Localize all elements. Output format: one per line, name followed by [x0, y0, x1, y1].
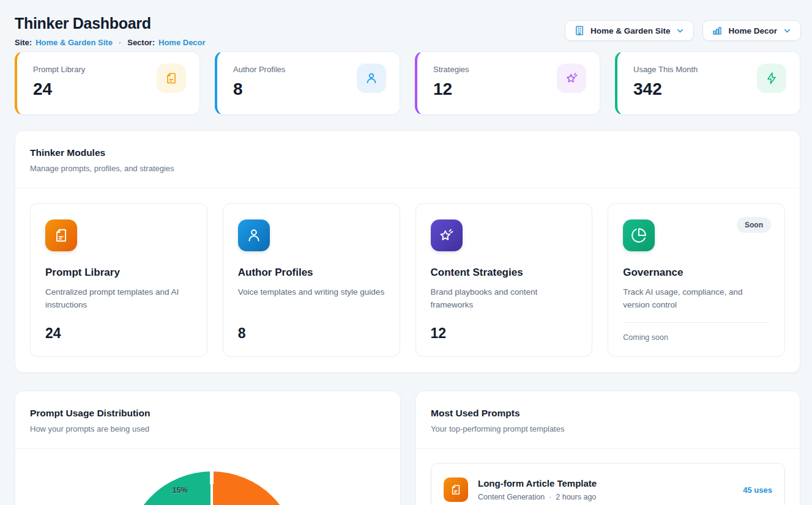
module-card-author-profiles[interactable]: Author Profiles Voice templates and writ… [223, 203, 400, 357]
sparkle-star-icon [431, 219, 463, 251]
chevron-down-icon [783, 26, 792, 35]
module-title: Author Profiles [238, 267, 385, 279]
sector-link[interactable]: Home Decor [158, 38, 206, 47]
module-title: Prompt Library [45, 267, 192, 279]
user-icon [357, 64, 386, 93]
soon-badge: Soon [737, 217, 771, 233]
building-icon [574, 25, 585, 36]
modules-panel-subtitle: Manage prompts, profiles, and strategies [30, 164, 785, 173]
donut-chart: 15% [15, 449, 400, 505]
stat-card-usage: Usage This Month 342 [615, 51, 800, 115]
stat-card-author-profiles: Author Profiles 8 [215, 51, 400, 115]
prompt-item-uses-badge: 45 uses [743, 485, 772, 495]
chevron-down-icon [676, 26, 685, 35]
donut-ring [126, 471, 297, 505]
sparkle-star-icon [557, 64, 586, 93]
sector-dropdown-label: Home Decor [728, 26, 777, 35]
sector-dropdown[interactable]: Home Decor [702, 20, 801, 41]
header-actions: Home & Garden Site Home Decor [565, 20, 801, 41]
usage-chart-title: Prompt Usage Distribution [30, 408, 386, 419]
site-link[interactable]: Home & Garden Site [35, 38, 113, 47]
pie-chart-icon [623, 219, 655, 251]
site-dropdown[interactable]: Home & Garden Site [565, 20, 695, 41]
modules-panel-title: Thinker Modules [30, 147, 785, 158]
stat-card-strategies: Strategies 12 [415, 51, 600, 115]
lightning-icon [757, 64, 786, 93]
module-count: 12 [431, 325, 578, 342]
module-title: Governance [623, 267, 770, 279]
document-icon [157, 64, 186, 93]
module-count: 24 [45, 325, 192, 342]
most-used-title: Most Used Prompts [431, 408, 785, 419]
bar-chart-icon [712, 25, 723, 36]
prompt-list-item[interactable]: Long-form Article Template Content Gener… [431, 463, 785, 505]
module-description: Voice templates and writing style guides [238, 286, 385, 299]
page-title: Thinker Dashboard [15, 15, 151, 32]
modules-panel: Thinker Modules Manage prompts, profiles… [15, 130, 800, 373]
document-icon [45, 219, 77, 251]
module-card-prompt-library[interactable]: Prompt Library Centralized prompt templa… [30, 203, 207, 357]
most-used-header: Most Used Prompts Your top-performing pr… [416, 391, 800, 449]
site-dropdown-label: Home & Garden Site [590, 26, 671, 35]
bottom-row: Prompt Usage Distribution How your promp… [15, 391, 800, 505]
modules-grid: Prompt Library Centralized prompt templa… [15, 188, 800, 372]
usage-chart-subtitle: How your prompts are being used [30, 424, 386, 433]
breadcrumb-separator: · [119, 38, 121, 47]
donut-segment-label: 15% [172, 486, 187, 495]
module-description: Centralized prompt templates and AI inst… [45, 286, 192, 312]
module-count: 8 [238, 325, 385, 342]
user-icon [238, 219, 270, 251]
most-used-prompts-card: Most Used Prompts Your top-performing pr… [415, 391, 800, 505]
prompt-item-time: 2 hours ago [556, 493, 596, 501]
prompt-item-category: Content Generation [478, 493, 545, 501]
site-label: Site: [15, 38, 32, 47]
coming-soon-label: Coming soon [623, 333, 770, 342]
breadcrumb: Site: Home & Garden Site · Sector: Home … [15, 38, 206, 47]
sector-label: Sector: [127, 38, 155, 47]
usage-distribution-card: Prompt Usage Distribution How your promp… [15, 391, 401, 505]
prompt-item-body: Long-form Article Template Content Gener… [478, 478, 597, 501]
module-description: Track AI usage, compliance, and version … [623, 286, 770, 312]
most-used-subtitle: Your top-performing prompt templates [431, 424, 785, 433]
module-card-content-strategies[interactable]: Content Strategies Brand playbooks and c… [415, 203, 593, 357]
meta-separator: · [549, 493, 551, 501]
module-title: Content Strategies [431, 267, 578, 279]
module-description: Brand playbooks and content frameworks [431, 286, 578, 312]
divider [623, 322, 770, 323]
prompt-item-meta: Content Generation · 2 hours ago [478, 493, 597, 501]
document-icon [444, 477, 468, 502]
prompt-item-title: Long-form Article Template [478, 478, 597, 488]
usage-chart-header: Prompt Usage Distribution How your promp… [15, 391, 400, 449]
modules-panel-header: Thinker Modules Manage prompts, profiles… [15, 131, 800, 188]
stats-row: Prompt Library 24 Author Profiles 8 Stra… [15, 51, 800, 115]
stat-card-prompt-library: Prompt Library 24 [15, 51, 200, 115]
module-card-governance[interactable]: Soon Governance Track AI usage, complian… [608, 203, 785, 357]
